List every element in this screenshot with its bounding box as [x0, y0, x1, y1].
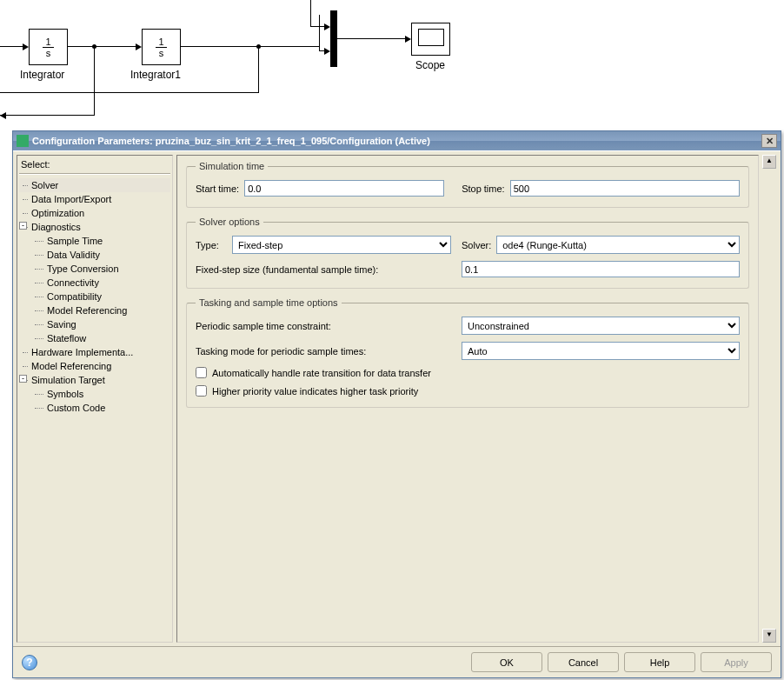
apply-button[interactable]: Apply: [701, 652, 772, 672]
category-tree: Select: Solver Data Import/Export Optimi…: [17, 155, 173, 643]
stop-time-input[interactable]: [510, 180, 740, 197]
tree-item-simulation-target[interactable]: -Simulation Target: [19, 373, 170, 387]
type-label: Type:: [196, 240, 227, 250]
help-button[interactable]: Help: [624, 652, 695, 672]
solver-label: Solver:: [462, 240, 491, 250]
cancel-button[interactable]: Cancel: [548, 652, 619, 672]
scroll-up-button[interactable]: ▲: [762, 155, 776, 169]
dialog-footer: ? OK Cancel Help Apply: [13, 646, 781, 677]
periodic-constraint-select[interactable]: Unconstrained: [462, 317, 740, 335]
config-params-dialog: Configuration Parameters: pruzina_buz_si…: [12, 130, 781, 678]
auto-rate-transition-checkbox[interactable]: [196, 367, 207, 378]
auto-rate-transition-label: Automatically handle rate transition for…: [212, 368, 431, 378]
tree-item-optimization[interactable]: Optimization: [19, 206, 170, 220]
close-button[interactable]: ✕: [761, 134, 777, 148]
periodic-constraint-label: Periodic sample time constraint:: [196, 321, 456, 331]
tasking-options-group: Tasking and sample time options Periodic…: [186, 297, 749, 408]
tree-item-sample-time[interactable]: Sample Time: [19, 234, 170, 248]
higher-priority-label: Higher priority value indicates higher t…: [212, 386, 418, 397]
type-select[interactable]: Fixed-step: [232, 236, 451, 254]
integrator-label: Integrator: [20, 69, 64, 81]
tree-header: Select:: [19, 159, 170, 170]
tree-item-model-referencing[interactable]: Model Referencing: [19, 359, 170, 373]
expander-icon[interactable]: -: [19, 222, 27, 230]
tree-item-type-conversion[interactable]: Type Conversion: [19, 262, 170, 276]
tree-item-hardware-impl[interactable]: Hardware Implementa...: [19, 345, 170, 359]
tree-item-saving[interactable]: Saving: [19, 317, 170, 331]
help-icon[interactable]: ?: [22, 655, 37, 670]
tree-item-model-referencing-diag[interactable]: Model Referencing: [19, 303, 170, 317]
dialog-title: Configuration Parameters: pruzina_buz_si…: [32, 136, 430, 146]
tasking-mode-label: Tasking mode for periodic sample times:: [196, 346, 456, 357]
mux-block[interactable]: [330, 10, 337, 67]
tree-item-diagnostics[interactable]: -Diagnostics: [19, 220, 170, 234]
stop-time-label: Stop time:: [462, 183, 505, 194]
tree-item-data-validity[interactable]: Data Validity: [19, 248, 170, 262]
solver-options-group: Solver options Type: Fixed-step Solver: …: [186, 217, 749, 289]
tree-item-stateflow[interactable]: Stateflow: [19, 331, 170, 345]
solver-select[interactable]: ode4 (Runge-Kutta): [496, 236, 740, 254]
higher-priority-checkbox[interactable]: [196, 385, 207, 397]
integrator-block[interactable]: 1s: [29, 29, 68, 65]
start-time-input[interactable]: [244, 180, 444, 197]
tree-item-symbols[interactable]: Symbols: [19, 387, 170, 401]
titlebar[interactable]: Configuration Parameters: pruzina_buz_si…: [13, 131, 781, 150]
app-icon: [17, 135, 29, 147]
tree-item-data-import-export[interactable]: Data Import/Export: [19, 192, 170, 206]
main-panel: Simulation time Start time: Stop time: S…: [176, 155, 759, 643]
scroll-down-button[interactable]: ▼: [762, 629, 776, 643]
tree-item-custom-code[interactable]: Custom Code: [19, 401, 170, 415]
scope-label: Scope: [415, 59, 445, 71]
tree-item-compatibility[interactable]: Compatibility: [19, 290, 170, 303]
scope-block[interactable]: [411, 23, 450, 56]
step-size-input[interactable]: [462, 261, 740, 277]
tasking-mode-select[interactable]: Auto: [462, 342, 740, 360]
tree-item-solver[interactable]: Solver: [19, 178, 170, 192]
ok-button[interactable]: OK: [471, 652, 542, 672]
start-time-label: Start time:: [196, 183, 239, 194]
integrator1-block[interactable]: 1s: [142, 29, 181, 65]
simulink-canvas: 1s Integrator 1s Integrator1 Scope: [0, 0, 784, 148]
simulation-time-group: Simulation time Start time: Stop time:: [186, 161, 749, 208]
integrator1-label: Integrator1: [130, 69, 181, 81]
tree-item-connectivity[interactable]: Connectivity: [19, 276, 170, 290]
step-size-label: Fixed-step size (fundamental sample time…: [196, 264, 456, 275]
expander-icon[interactable]: -: [19, 375, 27, 383]
